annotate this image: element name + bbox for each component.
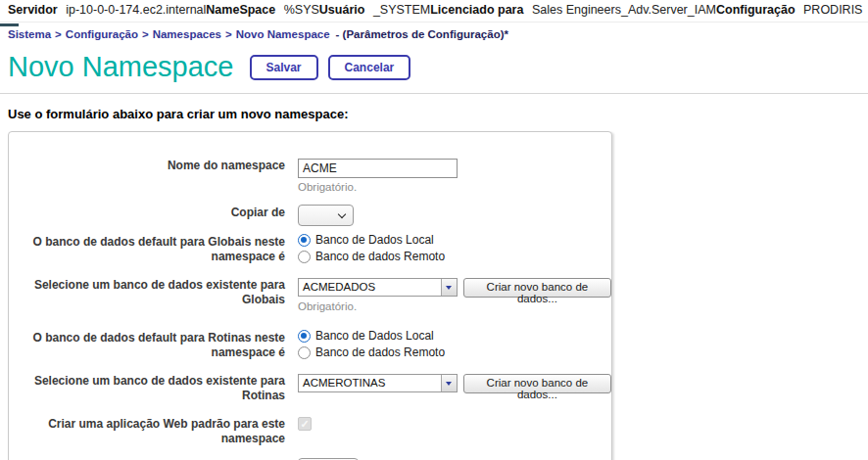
chevron-down-icon (338, 209, 346, 217)
user-info: Usuário _SYSTEM (319, 3, 430, 17)
breadcrumb-separator: > (55, 28, 62, 40)
dropdown-arrow-icon (446, 286, 452, 290)
copy-from-label: Copiar de (9, 202, 285, 220)
radio-unchecked-icon (298, 251, 311, 263)
namespace-form: Nome do namespace Obrigatório. Copiar de… (8, 131, 612, 460)
routines-db-selected-value: ACMEROTINAS (299, 375, 441, 391)
routines-remote-radio[interactable]: Banco de dados Remoto (298, 345, 445, 359)
globals-default-label: O banco de dados default para Globais ne… (9, 235, 285, 264)
row-routines-db: Selecione um banco de dados existente pa… (9, 374, 611, 403)
row-copy-from: Copiar de (9, 202, 611, 226)
save-button[interactable]: Salvar (250, 55, 318, 80)
row-namespace-name: Nome do namespace Obrigatório. (9, 159, 611, 193)
routines-remote-radio-label: Banco de dados Remoto (315, 345, 445, 359)
routines-local-radio-label: Banco de Dados Local (315, 329, 434, 343)
breadcrumb-separator: > (225, 28, 232, 40)
create-routines-db-button[interactable]: Criar novo banco de dados... (463, 374, 611, 393)
user-label: Usuário (319, 3, 365, 17)
page-title: Novo Namespace (8, 51, 234, 83)
server-label: Servidor (8, 3, 58, 17)
breadcrumb-separator: > (142, 28, 149, 40)
globals-local-radio[interactable]: Banco de Dados Local (298, 233, 445, 247)
configuration-label: Configuração (716, 3, 796, 17)
routines-db-select[interactable]: ACMEROTINAS (298, 374, 458, 392)
routines-default-label: O banco de dados default para Rotinas ne… (9, 331, 285, 360)
namespace-name-input[interactable] (298, 159, 458, 178)
row-copy-mappings: Copiar os mapeamentos do namespace: (9, 455, 611, 460)
license-value: Sales Engineers_Adv.Server_IAM (532, 3, 716, 17)
radio-unchecked-icon (298, 346, 311, 359)
row-globals-default: O banco de dados default para Globais ne… (9, 235, 611, 264)
globals-db-required-note: Obrigatório. (298, 300, 611, 312)
ribbon-notch (0, 23, 19, 26)
title-row: Novo Namespace Salvar Cancelar (0, 45, 868, 93)
copy-mappings-label: Copiar os mapeamentos do namespace: (9, 455, 285, 460)
form-intro-text: Use o formulário abaixo para criar um no… (0, 94, 868, 131)
globals-db-selected-value: ACMEDADOS (299, 279, 441, 296)
breadcrumb-link-namespaces[interactable]: Namespaces (153, 28, 221, 40)
cancel-button[interactable]: Cancelar (328, 55, 411, 80)
configuration-info: Configuração PRODIRIS (716, 3, 862, 17)
web-app-label: Criar uma aplicação Web padrão para este… (9, 417, 285, 446)
server-info-header: Servidor ip-10-0-0-174.ec2.internal Name… (0, 0, 868, 23)
row-web-app: Criar uma aplicação Web padrão para este… (9, 417, 611, 446)
row-globals-db: Selecione um banco de dados existente pa… (9, 278, 611, 312)
routines-db-dropdown-button[interactable] (441, 375, 457, 391)
globals-db-label: Selecione um banco de dados existente pa… (9, 278, 285, 307)
globals-db-dropdown-button[interactable] (441, 279, 457, 296)
row-routines-default: O banco de dados default para Rotinas ne… (9, 331, 611, 360)
copy-from-select[interactable] (298, 205, 354, 226)
namespace-info: NameSpace %SYS (206, 3, 319, 17)
web-app-checkbox: ✓ (298, 417, 312, 431)
server-info: Servidor ip-10-0-0-174.ec2.internal (8, 3, 206, 17)
globals-db-select[interactable]: ACMEDADOS (298, 278, 458, 297)
routines-db-label: Selecione um banco de dados existente pa… (9, 374, 285, 403)
namespace-label: NameSpace (206, 3, 275, 17)
radio-checked-icon (298, 330, 311, 343)
breadcrumb-link-novo-namespace[interactable]: Novo Namespace (236, 28, 330, 40)
license-label: Licenciado para (430, 3, 523, 17)
server-value: ip-10-0-0-174.ec2.internal (66, 3, 206, 17)
globals-local-radio-label: Banco de Dados Local (315, 233, 434, 247)
user-value: _SYSTEM (373, 3, 430, 17)
license-info: Licenciado para Sales Engineers_Adv.Serv… (430, 3, 716, 17)
globals-remote-radio-label: Banco de dados Remoto (315, 250, 445, 263)
namespace-value: %SYS (284, 3, 319, 17)
namespace-name-label: Nome do namespace (9, 159, 285, 173)
globals-remote-radio[interactable]: Banco de dados Remoto (298, 250, 445, 263)
configuration-value: PRODIRIS (803, 3, 862, 17)
dropdown-arrow-icon (446, 382, 452, 386)
breadcrumb-link-sistema[interactable]: Sistema (8, 28, 51, 40)
breadcrumb-link-configuracao[interactable]: Configuração (66, 28, 138, 40)
namespace-name-required-note: Obrigatório. (298, 181, 458, 193)
create-globals-db-button[interactable]: Criar novo banco de dados... (463, 278, 611, 298)
radio-checked-icon (298, 234, 311, 247)
breadcrumb: Sistema>Configuração>Namespaces>Novo Nam… (0, 23, 868, 45)
breadcrumb-suffix: - (Parâmetros de Configuração)* (336, 28, 508, 40)
routines-local-radio[interactable]: Banco de Dados Local (298, 329, 445, 343)
